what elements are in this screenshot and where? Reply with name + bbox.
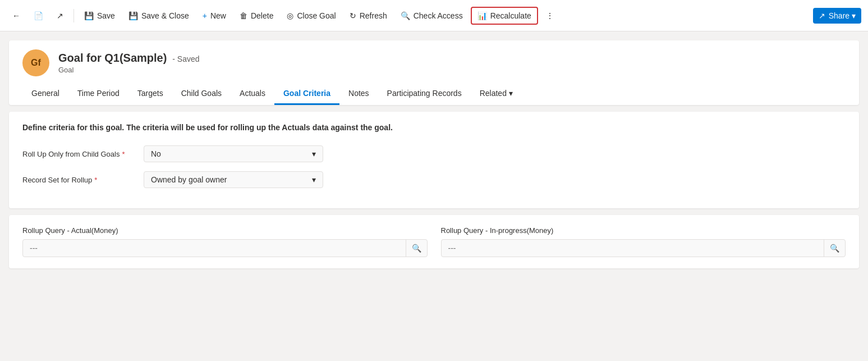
rollup-actual-search-icon[interactable]: 🔍 [406, 240, 427, 257]
refresh-icon: ↻ [350, 11, 356, 20]
tab-child-goals[interactable]: Child Goals [172, 83, 231, 105]
avatar: Gf [22, 49, 49, 76]
record-set-label: Record Set for Rollup * [22, 176, 135, 184]
rollup-inprogress-search-icon[interactable]: 🔍 [824, 240, 845, 257]
recalculate-icon: 📊 [477, 11, 487, 20]
close-goal-button[interactable]: ◎ Close Goal [281, 8, 341, 24]
back-button[interactable]: ← [7, 8, 26, 24]
record-set-chevron-icon: ▾ [312, 175, 316, 184]
check-access-button[interactable]: 🔍 Check Access [395, 8, 469, 24]
rollup-actual-input[interactable] [23, 240, 406, 257]
roll-up-label: Roll Up Only from Child Goals * [22, 150, 135, 158]
rollup-section: Rollup Query - Actual(Money) 🔍 Rollup Qu… [9, 215, 859, 268]
record-set-select[interactable]: Owned by goal owner ▾ [144, 171, 323, 188]
record-type: Goal [58, 66, 200, 74]
tab-general[interactable]: General [22, 83, 68, 105]
rollup-actual-input-wrap: 🔍 [22, 239, 428, 257]
tab-participating-records[interactable]: Participating Records [378, 83, 471, 105]
content-area: Gf Goal for Q1(Sample) - Saved Goal Gene… [0, 31, 868, 277]
share-icon: ↗ [819, 11, 825, 20]
toolbar: ← 📄 ↗ 💾 Save 💾 Save & Close + New 🗑 Dele… [0, 0, 868, 31]
delete-button[interactable]: 🗑 Delete [234, 8, 279, 24]
rollup-inprogress-label: Rollup Query - In-progress(Money) [441, 226, 846, 235]
rollup-grid: Rollup Query - Actual(Money) 🔍 Rollup Qu… [22, 226, 846, 257]
delete-icon: 🗑 [240, 11, 247, 20]
record-title-row: Gf Goal for Q1(Sample) - Saved Goal [22, 49, 846, 76]
goal-criteria-section: Define criteria for this goal. The crite… [9, 112, 859, 208]
save-close-button[interactable]: 💾 Save & Close [123, 8, 195, 24]
roll-up-row: Roll Up Only from Child Goals * No ▾ [22, 145, 846, 162]
roll-up-chevron-icon: ▾ [312, 149, 316, 158]
chevron-down-icon: ▾ [509, 89, 513, 98]
more-button[interactable]: ⋮ [540, 8, 559, 24]
record-set-row: Record Set for Rollup * Owned by goal ow… [22, 171, 846, 188]
record-header: Gf Goal for Q1(Sample) - Saved Goal Gene… [9, 40, 859, 105]
back-icon: ← [12, 11, 20, 20]
record-saved-status: - Saved [172, 54, 199, 63]
more-icon: ⋮ [546, 11, 554, 20]
new-icon: + [203, 11, 207, 20]
recalculate-button[interactable]: 📊 Recalculate [471, 7, 538, 25]
rollup-actual-field: Rollup Query - Actual(Money) 🔍 [22, 226, 428, 257]
tabs: General Time Period Targets Child Goals … [22, 83, 846, 105]
record-set-required: * [94, 176, 97, 184]
refresh-button[interactable]: ↻ Refresh [344, 8, 393, 24]
rollup-inprogress-field: Rollup Query - In-progress(Money) 🔍 [441, 226, 846, 257]
save-close-icon: 💾 [128, 11, 138, 20]
roll-up-select[interactable]: No ▾ [144, 145, 323, 162]
save-button[interactable]: 💾 Save [79, 8, 121, 24]
tab-time-period[interactable]: Time Period [68, 83, 128, 105]
tab-related[interactable]: Related ▾ [471, 83, 522, 105]
new-button[interactable]: + New [197, 8, 232, 24]
close-goal-icon: ◎ [287, 11, 293, 20]
check-access-icon: 🔍 [401, 11, 410, 20]
save-icon: 💾 [84, 11, 94, 20]
tab-actuals[interactable]: Actuals [231, 83, 274, 105]
roll-up-required: * [122, 150, 125, 158]
rollup-inprogress-input[interactable] [442, 240, 824, 257]
record-icon: 📄 [34, 11, 43, 20]
criteria-description: Define criteria for this goal. The crite… [22, 123, 846, 132]
open-in-icon: ↗ [57, 11, 63, 20]
record-view-button[interactable]: 📄 [28, 8, 49, 24]
share-button[interactable]: ↗ Share ▾ [813, 8, 861, 24]
open-in-button[interactable]: ↗ [51, 8, 69, 24]
tab-goal-criteria[interactable]: Goal Criteria [274, 83, 339, 105]
record-info: Goal for Q1(Sample) - Saved Goal [58, 52, 200, 74]
tab-notes[interactable]: Notes [339, 83, 378, 105]
tab-targets[interactable]: Targets [128, 83, 172, 105]
rollup-inprogress-input-wrap: 🔍 [441, 239, 846, 257]
rollup-actual-label: Rollup Query - Actual(Money) [22, 226, 428, 235]
record-name-row: Goal for Q1(Sample) - Saved [58, 52, 200, 65]
divider-1 [74, 9, 74, 22]
record-name: Goal for Q1(Sample) [58, 52, 167, 64]
